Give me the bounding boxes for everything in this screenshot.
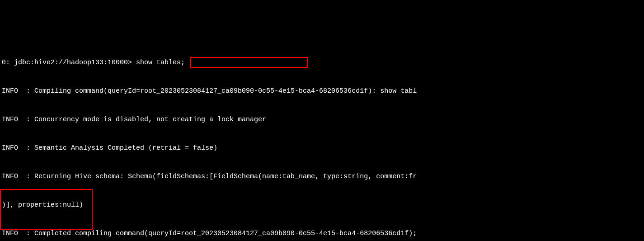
log-line: INFO : Completed compiling command(query… (2, 229, 642, 238)
log-line: INFO : Compiling command(queryId=root_20… (2, 86, 642, 96)
highlight-annotation-command (190, 57, 308, 68)
prompt-line: 0: jdbc:hive2://hadoop133:10000> show ta… (2, 58, 642, 67)
log-line: INFO : Concurrency mode is disabled, not… (2, 115, 642, 124)
terminal-output: 0: jdbc:hive2://hadoop133:10000> show ta… (2, 39, 642, 241)
command-text[interactable]: show tables; (136, 59, 185, 66)
log-line: INFO : Returning Hive schema: Schema(fie… (2, 172, 642, 181)
log-line: )], properties:null) (2, 200, 642, 210)
log-line: INFO : Semantic Analysis Completed (retr… (2, 143, 642, 153)
prompt-text: 0: jdbc:hive2://hadoop133:10000> (2, 59, 136, 66)
